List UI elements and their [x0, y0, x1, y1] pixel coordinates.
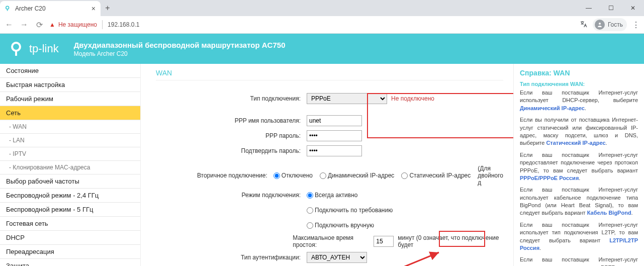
sidebar-item-9[interactable]: Беспроводной режим - 2,4 ГГц — [0, 189, 140, 203]
browser-tab[interactable]: Archer C20 × — [0, 1, 101, 16]
sidebar-item-2[interactable]: Рабочий режим — [0, 92, 140, 106]
tab-title: Archer C20 — [15, 5, 46, 12]
new-tab-button[interactable]: + — [101, 4, 115, 13]
sidebar-item-14[interactable]: Защита — [0, 259, 140, 266]
window-minimize-icon[interactable]: — — [578, 0, 600, 16]
sidebar-item-8[interactable]: Выбор рабочей частоты — [0, 174, 140, 189]
warning-icon: ▲ — [49, 21, 55, 28]
label-ppp-confirm: Подтвердить пароль: — [156, 147, 307, 154]
label-idle: Максимальное время простоя: — [293, 234, 370, 248]
nav-reload-icon[interactable]: ⟳ — [34, 20, 44, 30]
browser-chrome: Archer C20 × + — ☐ ✕ ← → ⟳ ▲ Не защищено… — [0, 0, 644, 34]
svg-point-1 — [599, 23, 601, 25]
workspace: СостояниеБыстрая настройкаРабочий режимС… — [0, 64, 644, 266]
window-close-icon[interactable]: ✕ — [622, 0, 644, 16]
section-title: WAN — [156, 69, 503, 80]
brand-logo-icon — [10, 41, 26, 57]
brand-text: tp-link — [29, 42, 59, 55]
window-controls: — ☐ ✕ — [578, 0, 644, 16]
secondary-note: (Для двойного д — [478, 165, 503, 186]
app-header: tp-link Двухдиапазонный беспроводной мар… — [0, 34, 644, 64]
addr-divider — [102, 20, 103, 29]
label-conn-type: Тип подключения: — [156, 95, 307, 102]
sidebar-item-4[interactable]: - WAN — [0, 120, 140, 134]
tab-favicon-icon — [5, 5, 12, 12]
label-ppp-user: PPP имя пользователя: — [156, 117, 307, 124]
auth-select[interactable]: АВТО_АУТЕН — [307, 252, 367, 263]
mode-opt-2[interactable]: Подключить вручную — [307, 222, 374, 229]
page-subtitle: Модель Archer C20 — [74, 50, 286, 57]
browser-tabbar: Archer C20 × + — ☐ ✕ — [0, 0, 644, 16]
main-panel: WAN Тип подключения: PPPoE Не подключено… — [141, 64, 513, 266]
idle-input[interactable] — [374, 236, 394, 247]
mode-opt-0[interactable]: Всегда активно — [307, 192, 357, 199]
window-maximize-icon[interactable]: ☐ — [600, 0, 622, 16]
help-title: Справка: WAN — [520, 69, 638, 77]
label-auth: Тип аутентификации: — [156, 254, 307, 261]
conn-status: Не подключено — [391, 95, 434, 102]
sidebar-item-10[interactable]: Беспроводной режим - 5 ГГц — [0, 203, 140, 217]
url-text[interactable]: 192.168.0.1 — [108, 21, 139, 28]
conn-type-select[interactable]: PPPoE — [307, 93, 387, 104]
profile-label: Гость — [608, 21, 623, 28]
page-title: Двухдиапазонный беспроводной маршрутизат… — [74, 40, 286, 50]
help-link-pppoe[interactable]: PPPoE/PPPoE Россия — [520, 175, 579, 181]
ppp-pass-input[interactable] — [307, 130, 362, 141]
label-secondary: Вторичное подключение: — [156, 172, 273, 179]
help-panel: Справка: WAN Тип подключения WAN: Если в… — [513, 64, 644, 266]
sidebar: СостояниеБыстрая настройкаРабочий режимС… — [0, 64, 141, 266]
translate-icon[interactable] — [580, 20, 588, 30]
secondary-radios: Отключено Динамический IP-адрес Статичес… — [273, 165, 503, 186]
ppp-user-input[interactable] — [307, 115, 362, 126]
sidebar-item-6[interactable]: - IPTV — [0, 147, 140, 161]
help-link-bigpond[interactable]: Кабель BigPond — [587, 210, 631, 216]
label-conn-mode: Режим подключения: — [156, 192, 307, 199]
sidebar-item-11[interactable]: Гостевая сеть — [0, 217, 140, 231]
security-text: Не защищено — [58, 21, 97, 28]
sidebar-item-12[interactable]: DHCP — [0, 231, 140, 245]
sidebar-item-13[interactable]: Переадресация — [0, 245, 140, 259]
browser-menu-icon[interactable]: ⋮ — [632, 20, 640, 30]
sidebar-item-0[interactable]: Состояние — [0, 64, 140, 78]
tab-close-icon[interactable]: × — [91, 5, 96, 12]
mode-opt-1[interactable]: Подключить по требованию — [307, 207, 393, 214]
sidebar-item-7[interactable]: - Клонирование MAC-адреса — [0, 161, 140, 174]
ppp-confirm-input[interactable] — [307, 145, 362, 156]
help-link-dynamic-ip[interactable]: Динамический IP-адрес — [520, 105, 585, 111]
svg-point-0 — [6, 6, 9, 9]
sidebar-item-5[interactable]: - LAN — [0, 134, 140, 147]
svg-point-2 — [12, 43, 20, 51]
security-indicator[interactable]: ▲ Не защищено — [49, 21, 97, 28]
nav-forward-icon[interactable]: → — [19, 20, 29, 29]
idle-suffix: минут (0 означает, что подключение будет — [398, 234, 503, 248]
profile-chip[interactable]: Гость — [593, 18, 627, 31]
secondary-opt-0[interactable]: Отключено — [273, 172, 313, 179]
brand-logo: tp-link — [10, 41, 59, 57]
sidebar-item-3[interactable]: Сеть — [0, 106, 140, 120]
secondary-opt-1[interactable]: Динамический IP-адрес — [320, 172, 394, 179]
avatar-icon — [595, 20, 605, 30]
help-subtitle: Тип подключения WAN: — [520, 81, 638, 87]
nav-back-icon[interactable]: ← — [4, 20, 14, 29]
label-ppp-pass: PPP пароль: — [156, 132, 307, 139]
sidebar-item-1[interactable]: Быстрая настройка — [0, 78, 140, 92]
browser-addressbar: ← → ⟳ ▲ Не защищено 192.168.0.1 Гость ⋮ — [0, 16, 644, 33]
secondary-opt-2[interactable]: Статический IP-адрес — [401, 172, 471, 179]
help-link-static-ip[interactable]: Статический IP-адрес — [546, 140, 605, 146]
